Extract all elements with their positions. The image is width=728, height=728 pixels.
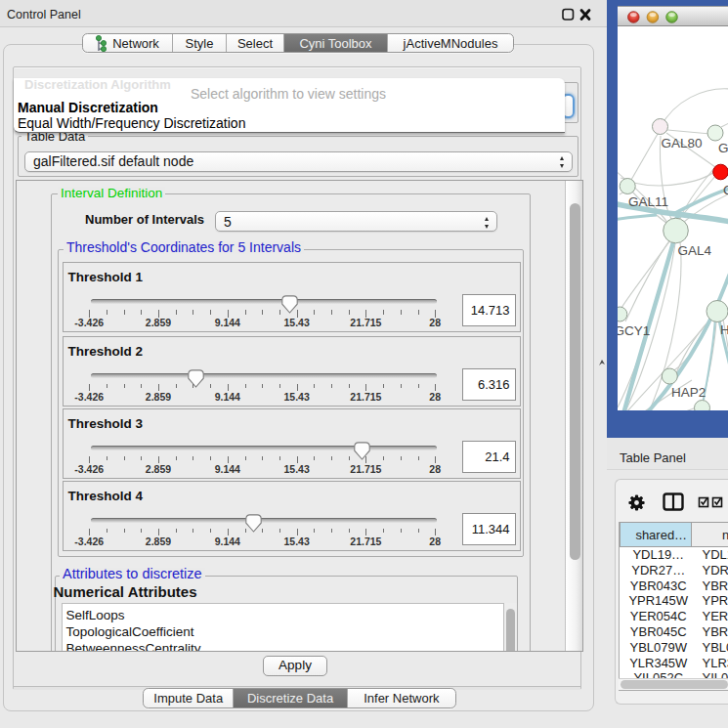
svg-text:GA: GA bbox=[718, 141, 728, 155]
svg-text:GCY1: GCY1 bbox=[618, 323, 650, 338]
svg-text:GAL80: GAL80 bbox=[661, 136, 702, 150]
svg-text:GAL4: GAL4 bbox=[677, 243, 711, 258]
svg-text:GAL11: GAL11 bbox=[628, 194, 668, 209]
svg-text:C: C bbox=[723, 183, 728, 197]
svg-text:HAP2: HAP2 bbox=[671, 385, 706, 400]
svg-text:H: H bbox=[720, 322, 728, 337]
